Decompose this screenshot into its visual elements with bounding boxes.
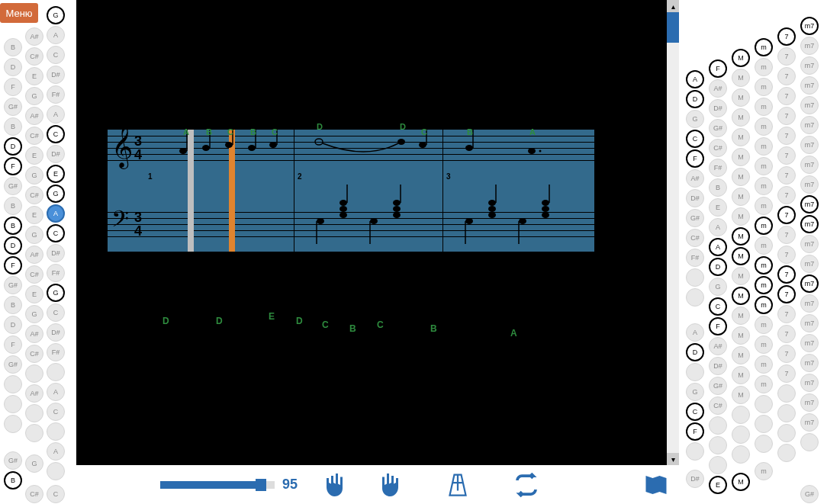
kb-button[interactable]: [777, 384, 796, 403]
kb-button[interactable]: [47, 462, 65, 480]
kb-button[interactable]: 7: [777, 305, 796, 323]
kb-button[interactable]: M: [732, 227, 750, 246]
kb-button[interactable]: m7: [800, 156, 819, 174]
right-hand-button[interactable]: [374, 470, 404, 500]
kb-button[interactable]: m7: [800, 96, 819, 114]
kb-button[interactable]: m7: [800, 255, 819, 273]
kb-button[interactable]: 7: [777, 345, 796, 363]
kb-button[interactable]: m: [755, 256, 773, 274]
kb-button[interactable]: 7: [777, 87, 796, 105]
kb-button[interactable]: G: [25, 305, 43, 323]
kb-button[interactable]: A: [686, 70, 704, 88]
kb-button[interactable]: m: [755, 58, 773, 76]
kb-button[interactable]: 7: [777, 186, 796, 204]
kb-button[interactable]: m: [755, 276, 773, 294]
kb-button[interactable]: [47, 422, 65, 441]
kb-button[interactable]: M: [732, 168, 750, 186]
kb-button[interactable]: G: [686, 383, 704, 401]
kb-button[interactable]: M: [732, 188, 750, 206]
kb-button[interactable]: m: [755, 462, 773, 480]
kb-button[interactable]: C: [47, 303, 65, 322]
kb-button[interactable]: B: [4, 471, 22, 490]
kb-button[interactable]: m7: [800, 37, 819, 55]
left-hand-button[interactable]: [320, 470, 351, 500]
kb-button[interactable]: E: [47, 165, 65, 183]
kb-button[interactable]: G: [47, 284, 65, 302]
kb-button[interactable]: [755, 415, 773, 433]
kb-button[interactable]: A#: [709, 79, 727, 98]
kb-button[interactable]: 7: [777, 265, 796, 284]
kb-button[interactable]: m: [755, 177, 773, 195]
kb-button[interactable]: [777, 444, 796, 462]
kb-button[interactable]: m7: [800, 354, 819, 372]
kb-button[interactable]: E: [709, 198, 727, 217]
kb-button[interactable]: 7: [777, 226, 796, 244]
kb-button[interactable]: [709, 436, 727, 454]
kb-button[interactable]: F#: [709, 159, 727, 177]
kb-button[interactable]: 7: [777, 27, 796, 46]
kb-button[interactable]: [732, 406, 750, 424]
kb-button[interactable]: D: [686, 90, 704, 108]
kb-button[interactable]: [47, 363, 65, 381]
kb-button[interactable]: m: [755, 296, 773, 314]
kb-button[interactable]: G: [25, 166, 43, 185]
kb-button[interactable]: E: [709, 476, 727, 494]
kb-button[interactable]: A: [709, 218, 727, 236]
kb-button[interactable]: M: [732, 148, 750, 166]
kb-button[interactable]: [755, 395, 773, 413]
kb-button[interactable]: m7: [800, 235, 819, 253]
kb-button[interactable]: m7: [800, 17, 819, 35]
kb-button[interactable]: m: [755, 236, 773, 255]
kb-button[interactable]: M: [732, 49, 750, 67]
kb-button[interactable]: C: [686, 130, 704, 148]
kb-button[interactable]: C#: [25, 47, 43, 66]
kb-button[interactable]: G: [47, 6, 65, 24]
kb-button[interactable]: [732, 425, 750, 444]
kb-button[interactable]: m7: [800, 175, 819, 194]
kb-button[interactable]: m7: [800, 274, 819, 293]
kb-button[interactable]: m7: [800, 116, 819, 134]
kb-button[interactable]: F: [709, 59, 727, 78]
kb-button[interactable]: G: [47, 185, 65, 203]
kb-button[interactable]: M: [732, 69, 750, 87]
kb-button[interactable]: m: [755, 217, 773, 235]
kb-button[interactable]: D#: [47, 66, 65, 84]
kb-button[interactable]: [777, 424, 796, 442]
kb-button[interactable]: G#: [4, 451, 22, 470]
kb-button[interactable]: [732, 445, 750, 464]
kb-button[interactable]: D: [686, 343, 704, 361]
kb-button[interactable]: D#: [686, 189, 704, 207]
kb-button[interactable]: A#: [709, 337, 727, 355]
kb-button[interactable]: C#: [25, 265, 43, 284]
kb-button[interactable]: m: [755, 335, 773, 354]
kb-button[interactable]: F#: [47, 343, 65, 361]
kb-button[interactable]: G#: [4, 276, 22, 294]
kb-button[interactable]: E: [25, 206, 43, 224]
kb-button[interactable]: 7: [777, 47, 796, 66]
kb-button[interactable]: A: [686, 323, 704, 342]
kb-button[interactable]: [4, 375, 22, 393]
kb-button[interactable]: M: [732, 88, 750, 107]
kb-button[interactable]: D: [4, 58, 22, 76]
kb-button[interactable]: A: [47, 204, 65, 223]
kb-button[interactable]: B: [4, 296, 22, 314]
kb-button[interactable]: A: [47, 105, 65, 124]
kb-button[interactable]: E: [25, 285, 43, 303]
metronome-button[interactable]: [442, 470, 473, 500]
kb-button[interactable]: M: [732, 207, 750, 226]
kb-button[interactable]: C: [47, 46, 65, 64]
kb-button[interactable]: C: [47, 224, 65, 242]
kb-button[interactable]: G: [25, 454, 43, 473]
kb-button[interactable]: G: [686, 110, 704, 128]
kb-button[interactable]: M: [732, 128, 750, 146]
kb-button[interactable]: A: [709, 238, 727, 256]
kb-button[interactable]: B: [4, 197, 22, 215]
kb-button[interactable]: C#: [709, 139, 727, 157]
kb-button[interactable]: D: [4, 137, 22, 156]
kb-button[interactable]: M: [732, 287, 750, 305]
kb-button[interactable]: m7: [800, 195, 819, 213]
kb-button[interactable]: m7: [800, 334, 819, 352]
kb-button[interactable]: G#: [4, 98, 22, 116]
kb-button[interactable]: m: [755, 157, 773, 175]
kb-button[interactable]: [25, 364, 43, 383]
